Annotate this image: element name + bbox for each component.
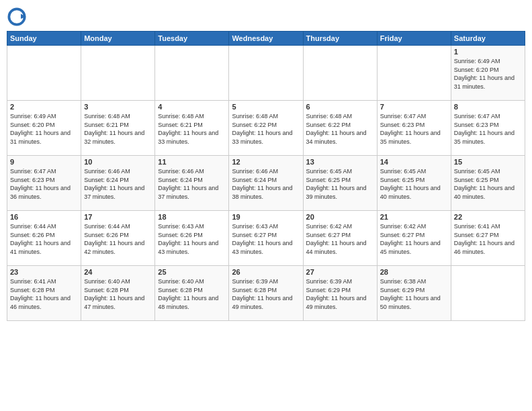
day-info: Sunrise: 6:46 AM Sunset: 6:24 PM Dayligh… [84, 167, 152, 201]
day-info: Sunrise: 6:45 AM Sunset: 6:25 PM Dayligh… [380, 167, 448, 201]
day-cell: 16Sunrise: 6:44 AM Sunset: 6:26 PM Dayli… [7, 211, 81, 266]
day-cell: 19Sunrise: 6:43 AM Sunset: 6:27 PM Dayli… [229, 211, 303, 266]
day-info: Sunrise: 6:48 AM Sunset: 6:22 PM Dayligh… [232, 112, 300, 146]
day-number: 15 [454, 158, 522, 166]
day-info: Sunrise: 6:49 AM Sunset: 6:20 PM Dayligh… [454, 57, 522, 91]
day-cell: 27Sunrise: 6:39 AM Sunset: 6:29 PM Dayli… [303, 266, 377, 321]
day-info: Sunrise: 6:43 AM Sunset: 6:27 PM Dayligh… [232, 222, 300, 256]
header-cell-wednesday: Wednesday [229, 32, 303, 46]
day-cell: 14Sunrise: 6:45 AM Sunset: 6:25 PM Dayli… [377, 156, 451, 211]
day-info: Sunrise: 6:40 AM Sunset: 6:28 PM Dayligh… [84, 277, 152, 311]
day-cell: 26Sunrise: 6:39 AM Sunset: 6:28 PM Dayli… [229, 266, 303, 321]
day-number: 11 [158, 158, 226, 166]
day-cell: 23Sunrise: 6:41 AM Sunset: 6:28 PM Dayli… [7, 266, 81, 321]
day-cell: 10Sunrise: 6:46 AM Sunset: 6:24 PM Dayli… [81, 156, 155, 211]
day-cell: 1Sunrise: 6:49 AM Sunset: 6:20 PM Daylig… [451, 46, 525, 101]
day-cell [81, 46, 155, 101]
day-number: 7 [380, 103, 448, 111]
day-cell: 5Sunrise: 6:48 AM Sunset: 6:22 PM Daylig… [229, 101, 303, 156]
logo-icon [7, 7, 27, 27]
day-number: 21 [380, 213, 448, 221]
logo [7, 7, 30, 27]
day-number: 6 [306, 103, 374, 111]
week-row-1: 2Sunrise: 6:49 AM Sunset: 6:20 PM Daylig… [7, 101, 525, 156]
day-info: Sunrise: 6:46 AM Sunset: 6:24 PM Dayligh… [158, 167, 226, 201]
day-info: Sunrise: 6:49 AM Sunset: 6:20 PM Dayligh… [10, 112, 78, 146]
week-row-2: 9Sunrise: 6:47 AM Sunset: 6:23 PM Daylig… [7, 156, 525, 211]
day-number: 2 [10, 103, 78, 111]
day-info: Sunrise: 6:41 AM Sunset: 6:27 PM Dayligh… [454, 222, 522, 256]
day-cell: 6Sunrise: 6:48 AM Sunset: 6:22 PM Daylig… [303, 101, 377, 156]
page: SundayMondayTuesdayWednesdayThursdayFrid… [0, 0, 532, 411]
day-info: Sunrise: 6:44 AM Sunset: 6:26 PM Dayligh… [10, 222, 78, 256]
day-number: 4 [158, 103, 226, 111]
day-info: Sunrise: 6:47 AM Sunset: 6:23 PM Dayligh… [454, 112, 522, 146]
day-info: Sunrise: 6:48 AM Sunset: 6:22 PM Dayligh… [306, 112, 374, 146]
day-cell: 18Sunrise: 6:43 AM Sunset: 6:26 PM Dayli… [155, 211, 229, 266]
day-info: Sunrise: 6:38 AM Sunset: 6:29 PM Dayligh… [380, 277, 448, 311]
week-row-4: 23Sunrise: 6:41 AM Sunset: 6:28 PM Dayli… [7, 266, 525, 321]
day-info: Sunrise: 6:39 AM Sunset: 6:29 PM Dayligh… [306, 277, 374, 311]
day-cell: 11Sunrise: 6:46 AM Sunset: 6:24 PM Dayli… [155, 156, 229, 211]
day-number: 3 [84, 103, 152, 111]
day-cell: 22Sunrise: 6:41 AM Sunset: 6:27 PM Dayli… [451, 211, 525, 266]
day-info: Sunrise: 6:42 AM Sunset: 6:27 PM Dayligh… [306, 222, 374, 256]
day-info: Sunrise: 6:42 AM Sunset: 6:27 PM Dayligh… [380, 222, 448, 256]
day-info: Sunrise: 6:45 AM Sunset: 6:25 PM Dayligh… [454, 167, 522, 201]
day-number: 1 [454, 48, 522, 56]
day-number: 26 [232, 268, 300, 276]
header-cell-friday: Friday [377, 32, 451, 46]
day-cell [377, 46, 451, 101]
day-number: 19 [232, 213, 300, 221]
day-info: Sunrise: 6:43 AM Sunset: 6:26 PM Dayligh… [158, 222, 226, 256]
day-cell: 28Sunrise: 6:38 AM Sunset: 6:29 PM Dayli… [377, 266, 451, 321]
day-cell: 2Sunrise: 6:49 AM Sunset: 6:20 PM Daylig… [7, 101, 81, 156]
day-cell: 13Sunrise: 6:45 AM Sunset: 6:25 PM Dayli… [303, 156, 377, 211]
day-cell: 25Sunrise: 6:40 AM Sunset: 6:28 PM Dayli… [155, 266, 229, 321]
day-number: 16 [10, 213, 78, 221]
day-number: 18 [158, 213, 226, 221]
day-number: 12 [232, 158, 300, 166]
day-info: Sunrise: 6:47 AM Sunset: 6:23 PM Dayligh… [10, 167, 78, 201]
day-info: Sunrise: 6:41 AM Sunset: 6:28 PM Dayligh… [10, 277, 78, 311]
day-number: 13 [306, 158, 374, 166]
header [7, 7, 525, 27]
day-cell: 12Sunrise: 6:46 AM Sunset: 6:24 PM Dayli… [229, 156, 303, 211]
day-cell: 9Sunrise: 6:47 AM Sunset: 6:23 PM Daylig… [7, 156, 81, 211]
header-cell-sunday: Sunday [7, 32, 81, 46]
day-number: 27 [306, 268, 374, 276]
day-number: 20 [306, 213, 374, 221]
day-info: Sunrise: 6:48 AM Sunset: 6:21 PM Dayligh… [84, 112, 152, 146]
day-cell [451, 266, 525, 321]
day-number: 28 [380, 268, 448, 276]
day-cell: 20Sunrise: 6:42 AM Sunset: 6:27 PM Dayli… [303, 211, 377, 266]
day-info: Sunrise: 6:44 AM Sunset: 6:26 PM Dayligh… [84, 222, 152, 256]
day-cell: 21Sunrise: 6:42 AM Sunset: 6:27 PM Dayli… [377, 211, 451, 266]
day-cell [229, 46, 303, 101]
day-cell: 8Sunrise: 6:47 AM Sunset: 6:23 PM Daylig… [451, 101, 525, 156]
day-number: 5 [232, 103, 300, 111]
day-number: 25 [158, 268, 226, 276]
header-row: SundayMondayTuesdayWednesdayThursdayFrid… [7, 32, 525, 46]
header-cell-saturday: Saturday [451, 32, 525, 46]
day-number: 9 [10, 158, 78, 166]
day-info: Sunrise: 6:39 AM Sunset: 6:28 PM Dayligh… [232, 277, 300, 311]
header-cell-monday: Monday [81, 32, 155, 46]
day-info: Sunrise: 6:48 AM Sunset: 6:21 PM Dayligh… [158, 112, 226, 146]
header-cell-thursday: Thursday [303, 32, 377, 46]
day-cell: 24Sunrise: 6:40 AM Sunset: 6:28 PM Dayli… [81, 266, 155, 321]
day-info: Sunrise: 6:45 AM Sunset: 6:25 PM Dayligh… [306, 167, 374, 201]
day-number: 8 [454, 103, 522, 111]
day-cell: 17Sunrise: 6:44 AM Sunset: 6:26 PM Dayli… [81, 211, 155, 266]
day-cell [155, 46, 229, 101]
day-number: 10 [84, 158, 152, 166]
day-number: 17 [84, 213, 152, 221]
day-cell: 7Sunrise: 6:47 AM Sunset: 6:23 PM Daylig… [377, 101, 451, 156]
calendar-table: SundayMondayTuesdayWednesdayThursdayFrid… [7, 31, 525, 321]
day-number: 23 [10, 268, 78, 276]
header-cell-tuesday: Tuesday [155, 32, 229, 46]
day-info: Sunrise: 6:40 AM Sunset: 6:28 PM Dayligh… [158, 277, 226, 311]
day-cell [303, 46, 377, 101]
day-number: 14 [380, 158, 448, 166]
day-cell: 3Sunrise: 6:48 AM Sunset: 6:21 PM Daylig… [81, 101, 155, 156]
